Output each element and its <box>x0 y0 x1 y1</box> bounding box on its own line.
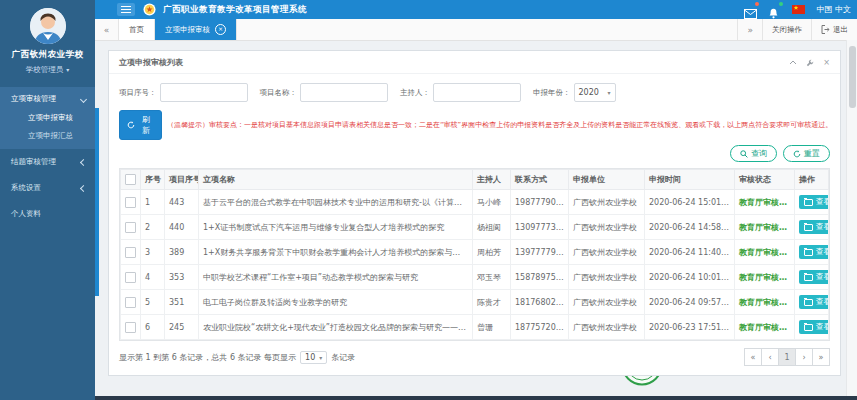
row-checkbox[interactable] <box>125 322 136 333</box>
cell-status: 教育厅审核通过 <box>735 265 795 290</box>
close-operations-label: 关闭操作 <box>772 25 802 35</box>
col-time: 申报时间 <box>645 170 735 190</box>
reset-button[interactable]: 重置 <box>783 145 830 162</box>
view-button[interactable]: 查看 <box>799 295 829 309</box>
refresh-icon <box>127 121 135 129</box>
header-checkbox-cell <box>121 170 141 190</box>
page-size-select[interactable]: 10 ▾ <box>300 351 327 364</box>
first-page-button[interactable]: « <box>744 348 762 366</box>
top-header: 广西职业教育教学改革项目管理系统 中国 中文 <box>95 0 857 19</box>
role-dropdown[interactable]: 学校管理员 ▾ <box>0 65 95 75</box>
close-icon[interactable]: × <box>215 24 226 35</box>
sidebar-scroll-thumb[interactable] <box>95 108 99 296</box>
project-no-input[interactable] <box>160 83 248 102</box>
menu-icon[interactable] <box>117 3 135 16</box>
cell-leader: 曾珊 <box>473 315 511 340</box>
cell-org: 广西钦州农业学校 <box>569 290 645 315</box>
cell-checkbox <box>121 290 141 315</box>
cell-project-no: 443 <box>165 190 199 215</box>
select-all-checkbox[interactable] <box>125 174 136 185</box>
cell-project-no: 389 <box>165 240 199 265</box>
cell-status: 教育厅审核通过 <box>735 190 795 215</box>
page-scrollbar <box>846 40 857 400</box>
sidebar-item-project-review-mgmt[interactable]: 立项审核管理 <box>0 89 95 109</box>
cell-phone: 15878975925 <box>511 265 569 290</box>
sidebar-item-application-review[interactable]: 立项申报审核 <box>0 109 95 127</box>
row-checkbox[interactable] <box>125 197 136 208</box>
main-content: 立项申报审核列表 × 项目序号： 项目名称： 主持人： <box>95 40 857 400</box>
cell-phone: 19877790921 <box>511 190 569 215</box>
cell-org: 广西钦州农业学校 <box>569 315 645 340</box>
view-button[interactable]: 查看 <box>799 245 829 259</box>
refresh-button[interactable]: 刷新 <box>119 110 162 140</box>
cell-leader: 马小峰 <box>473 190 511 215</box>
chevron-left-icon <box>80 184 87 191</box>
chevron-down-icon <box>80 95 87 102</box>
sidebar-item-profile[interactable]: 个人资料 <box>0 201 95 227</box>
view-button[interactable]: 查看 <box>799 195 829 209</box>
search-actions: 查询 重置 <box>109 142 840 168</box>
cell-org: 广西钦州农业学校 <box>569 190 645 215</box>
cell-project-no: 245 <box>165 315 199 340</box>
bell-icon[interactable] <box>768 4 781 15</box>
row-checkbox[interactable] <box>125 297 136 308</box>
cell-project-name: 1+X财务共享服务背景下中职财会教学重构会计人才培养模式的探索与研究 <box>199 240 473 265</box>
cell-phone: 18775720612 <box>511 315 569 340</box>
sidebar-item-application-summary[interactable]: 立项申报汇总 <box>0 127 95 145</box>
cell-project-no: 351 <box>165 290 199 315</box>
cell-actions: 查看 <box>795 315 829 340</box>
search-button[interactable]: 查询 <box>730 145 777 162</box>
language-selector[interactable]: 中国 中文 <box>816 4 851 15</box>
menu-label: 立项审核管理 <box>11 94 56 104</box>
close-operations-button[interactable]: 关闭操作 <box>762 19 811 40</box>
menu-label: 个人资料 <box>11 209 41 219</box>
china-flag-icon[interactable] <box>792 5 805 14</box>
logout-button[interactable]: 退出 <box>811 19 857 40</box>
view-button[interactable]: 查看 <box>799 220 829 234</box>
close-icon[interactable]: × <box>823 59 830 67</box>
tab-scroll-left-icon[interactable]: « <box>95 19 119 40</box>
sidebar-item-system-settings[interactable]: 系统设置 <box>0 175 95 201</box>
collapse-icon[interactable] <box>789 60 797 65</box>
page-1-button[interactable]: 1 <box>778 348 796 366</box>
year-select[interactable]: 2020 ▾ <box>574 83 616 102</box>
cell-status: 教育厅审核通过 <box>735 215 795 240</box>
cell-checkbox <box>121 265 141 290</box>
view-label: 查看 <box>816 322 829 332</box>
cell-leader: 陈贵才 <box>473 290 511 315</box>
tab-application-review[interactable]: 立项申报审核 × <box>155 19 237 40</box>
tab-bar: « 首页 立项申报审核 × » 关闭操作 退出 <box>95 19 857 41</box>
view-button[interactable]: 查看 <box>799 320 829 334</box>
cell-org: 广西钦州农业学校 <box>569 240 645 265</box>
row-checkbox[interactable] <box>125 272 136 283</box>
cell-leader: 邓玉琴 <box>473 265 511 290</box>
cell-time: 2020-06-23 17:51:44 <box>645 315 735 340</box>
cell-index: 1 <box>141 190 165 215</box>
wrench-icon[interactable] <box>806 59 814 67</box>
row-checkbox[interactable] <box>125 247 136 258</box>
prev-page-button[interactable]: ‹ <box>761 348 779 366</box>
cell-checkbox <box>121 190 141 215</box>
sidebar-item-conclusion-review[interactable]: 结题审核管理 <box>0 149 95 175</box>
mail-icon[interactable] <box>744 4 757 15</box>
last-page-button[interactable]: » <box>812 348 830 366</box>
next-page-button[interactable]: › <box>795 348 813 366</box>
cell-time: 2020-06-24 10:01:12 <box>645 265 735 290</box>
cell-checkbox <box>121 240 141 265</box>
project-name-input[interactable] <box>300 83 388 102</box>
row-checkbox[interactable] <box>125 222 136 233</box>
scrollbar-thumb[interactable] <box>849 46 856 108</box>
view-label: 查看 <box>816 222 829 232</box>
view-button[interactable]: 查看 <box>799 270 829 284</box>
tab-scroll-right-icon[interactable]: » <box>737 19 762 40</box>
role-label: 学校管理员 <box>26 65 64 75</box>
cell-time: 2020-06-24 11:40:22 <box>645 240 735 265</box>
col-actions: 操作 <box>795 170 829 190</box>
cell-time: 2020-06-24 15:01:40 <box>645 190 735 215</box>
leader-input[interactable] <box>433 83 521 102</box>
mail-badge <box>755 2 759 6</box>
tab-home[interactable]: 首页 <box>119 19 155 40</box>
cell-project-no: 353 <box>165 265 199 290</box>
cell-phone: 13977779917 <box>511 240 569 265</box>
refresh-label: 刷新 <box>138 114 154 136</box>
